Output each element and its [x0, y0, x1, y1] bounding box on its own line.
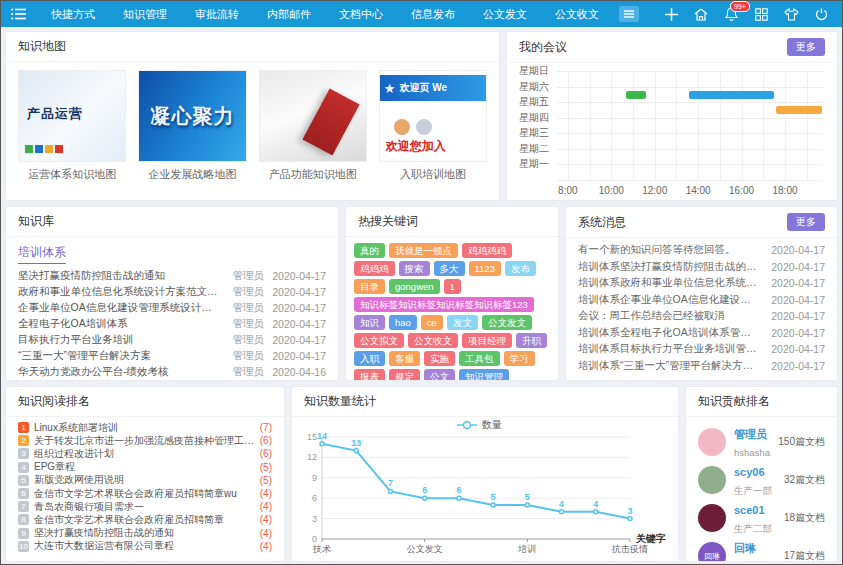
- knowledge-map-card-operations[interactable]: 产品运营 运营体系知识地图: [18, 70, 126, 192]
- svg-text:5: 5: [491, 492, 496, 502]
- library-item[interactable]: 政府和事业单位信息化系统设计方案范文规范 管理员 2020-04-17: [18, 284, 326, 300]
- knowledge-map-card-product[interactable]: 产品功能知识地图: [259, 70, 367, 192]
- document-author: 管理员: [224, 317, 264, 331]
- power-logout-icon[interactable]: [810, 3, 832, 25]
- keyword-tag[interactable]: 学习: [504, 351, 535, 366]
- notification-count-badge: 99+: [730, 1, 750, 12]
- keyword-tag[interactable]: 公文发文: [482, 315, 532, 330]
- keyword-tag[interactable]: 知识管理: [459, 369, 509, 380]
- meeting-bar[interactable]: [626, 91, 646, 99]
- message-item[interactable]: 会议：周工作总结会已经被取消 2020-04-17: [578, 308, 825, 325]
- keyword-tag[interactable]: 我就是一顿点: [389, 243, 458, 258]
- message-item[interactable]: 培训体系全程电子化OA培训体系管理员2020-08-17 08:17:43 20…: [578, 325, 825, 342]
- message-item[interactable]: 培训体系“三重一大”管理平台解决方案管理员2020-08-17 08:14:19…: [578, 358, 825, 375]
- meeting-bar[interactable]: [689, 91, 774, 99]
- library-item[interactable]: 全程电子化OA培训体系 管理员 2020-04-17: [18, 316, 326, 332]
- library-item[interactable]: 华天动力党政办公平台-绩效考核 管理员 2020-04-16: [18, 364, 326, 380]
- menu-item[interactable]: 快捷方式: [37, 1, 109, 27]
- reading-rank-item[interactable]: 10 大连市大数据运营有限公司章程 (4): [18, 540, 272, 553]
- meetings-more-button[interactable]: 更多: [787, 38, 825, 56]
- contributor-item[interactable]: scy06 生产一部 32篇文档: [698, 461, 825, 499]
- keyword-tag[interactable]: ce: [421, 315, 443, 330]
- reading-rank-list: 1 Linux系统部署培训 (7) 2 关于转发北京市进一步加强流感疫苗接种管理…: [6, 417, 284, 561]
- keyword-tag[interactable]: hao: [389, 315, 417, 330]
- library-item[interactable]: “三重一大”管理平台解决方案 管理员 2020-04-17: [18, 348, 326, 364]
- gantt-gridline: [590, 71, 591, 180]
- keyword-tag[interactable]: 1: [444, 279, 461, 294]
- keyword-tag[interactable]: 搜索: [399, 261, 430, 276]
- keyword-tag[interactable]: 发文: [447, 315, 478, 330]
- svg-text:6: 6: [422, 485, 427, 495]
- messages-more-button[interactable]: 更多: [787, 213, 825, 231]
- keyword-tag[interactable]: 鸡鸡鸡: [354, 261, 395, 276]
- reading-rank-item[interactable]: 4 EPG章程 (5): [18, 461, 272, 474]
- reading-rank-item[interactable]: 2 关于转发北京市进一步加强流感疫苗接种管理工作的通知 (6): [18, 434, 272, 447]
- menu-item[interactable]: 知识管理: [109, 1, 181, 27]
- apps-grid-icon[interactable]: [750, 3, 772, 25]
- keyword-tag[interactable]: 报表: [354, 369, 385, 380]
- notifications-bell-icon[interactable]: 99+: [720, 3, 742, 25]
- library-item[interactable]: 坚决打赢疫情防控阻击战的通知 管理员 2020-04-17: [18, 268, 326, 284]
- reading-rank-item[interactable]: 7 青岛农商银行项目需求一 (4): [18, 500, 272, 513]
- menu-item[interactable]: 公文发文: [469, 1, 541, 27]
- keyword-tag[interactable]: 真的: [354, 243, 385, 258]
- keyword-tag[interactable]: 发布: [505, 261, 536, 276]
- keyword-tag[interactable]: 升职: [516, 333, 547, 348]
- message-item[interactable]: 培训体系企事业单位OA信息化建设管理系统设计说明书范例管理员20... 2020…: [578, 292, 825, 309]
- keyword-tag[interactable]: 知识标签知识标签知识标签知识标签123: [354, 297, 534, 312]
- knowledge-map-card-strategy[interactable]: 凝心聚力 企业发展战略地图: [138, 70, 246, 192]
- keyword-tag[interactable]: 鸡鸡鸡鸡: [462, 243, 512, 258]
- keyword-tag[interactable]: 项目经理: [462, 333, 512, 348]
- reading-rank-item[interactable]: 9 坚决打赢疫情防控阻击战的通知 (4): [18, 527, 272, 540]
- keyword-tag[interactable]: 公文拟文: [354, 333, 404, 348]
- document-author: 管理员: [224, 285, 264, 299]
- theme-skin-icon[interactable]: [780, 3, 802, 25]
- keyword-tag[interactable]: gongwen: [389, 279, 440, 294]
- gantt-gridline: [655, 71, 656, 180]
- message-item[interactable]: 培训体系政府和事业单位信息化系统设计方案范文规范管理员2020-1... 202…: [578, 275, 825, 292]
- keyword-tag[interactable]: 1123: [469, 261, 501, 276]
- menu-item[interactable]: 内部邮件: [253, 1, 325, 27]
- gantt-gridline: [557, 180, 823, 181]
- library-item[interactable]: 目标执行力平台业务培训 管理员 2020-04-17: [18, 332, 326, 348]
- reading-rank-item[interactable]: 8 金信市文学艺术界联合会政府雇员招聘简章 (4): [18, 513, 272, 526]
- keyword-tag[interactable]: 公文: [424, 369, 455, 380]
- reading-rank-item[interactable]: 6 金信市文学艺术界联合会政府雇员招聘简章wu (4): [18, 487, 272, 500]
- library-item[interactable]: 企事业单位OA信息化建设管理系统设计说明书范例 管理员 2020-04-17: [18, 300, 326, 316]
- message-date: 2020-04-17: [765, 261, 825, 273]
- keyword-tag[interactable]: 客服: [389, 351, 420, 366]
- more-menus-button[interactable]: [619, 6, 639, 22]
- gantt-gridline: [557, 118, 823, 119]
- keyword-tag[interactable]: 目录: [354, 279, 385, 294]
- message-item[interactable]: 有一个新的知识问答等待您回答。 2020-04-17: [578, 242, 825, 259]
- home-icon[interactable]: [690, 3, 712, 25]
- meeting-bar[interactable]: [776, 106, 822, 114]
- knowledge-map-card-onboarding[interactable]: ★ 欢迎页 We 欢迎您加入 入职培训地图: [379, 70, 487, 192]
- document-title: 大连市大数据运营有限公司章程: [34, 539, 260, 553]
- reading-rank-item[interactable]: 5 新版党政网使用说明 (5): [18, 474, 272, 487]
- keyword-tag[interactable]: 工具包: [459, 351, 500, 366]
- top-navbar: 快捷方式知识管理审批流转内部邮件文档中心信息发布公文发文公文收文 99+: [1, 1, 842, 27]
- message-text: 培训体系“三重一大”管理平台解决方案管理员2020-08-17 08:14:19: [578, 359, 765, 373]
- keyword-tag[interactable]: 多大: [434, 261, 465, 276]
- keyword-tag[interactable]: 规定: [389, 369, 420, 380]
- menu-item[interactable]: 公文收文: [541, 1, 613, 27]
- message-item[interactable]: 培训体系目标执行力平台业务培训管理员2020-08-17 08:16:15 20…: [578, 341, 825, 358]
- keyword-tag[interactable]: 实施: [424, 351, 455, 366]
- library-category-link[interactable]: 培训体系: [18, 241, 66, 264]
- sidebar-toggle-icon[interactable]: [11, 8, 37, 20]
- menu-item[interactable]: 文档中心: [325, 1, 397, 27]
- contributor-item[interactable]: sce01 生产二部 18篇文档: [698, 499, 825, 537]
- reading-rank-item[interactable]: 3 组织过程改进计划 (6): [18, 447, 272, 460]
- message-item[interactable]: 培训体系坚决打赢疫情防控阻击战的通知管理员2020-10-17 10:54:46…: [578, 259, 825, 276]
- thumbnail-text: 凝心聚力: [150, 103, 234, 130]
- contributor-item[interactable]: 管理员 hshasha 150篇文档: [698, 423, 825, 461]
- add-icon[interactable]: [660, 3, 682, 25]
- contributor-item[interactable]: 回琳 回琳 hshasha 17篇文档: [698, 537, 825, 561]
- menu-item[interactable]: 信息发布: [397, 1, 469, 27]
- keyword-tag[interactable]: 知识: [354, 315, 385, 330]
- keyword-tag[interactable]: 公文收文: [408, 333, 458, 348]
- menu-item[interactable]: 审批流转: [181, 1, 253, 27]
- reading-rank-item[interactable]: 1 Linux系统部署培训 (7): [18, 421, 272, 434]
- keyword-tag[interactable]: 入职: [354, 351, 385, 366]
